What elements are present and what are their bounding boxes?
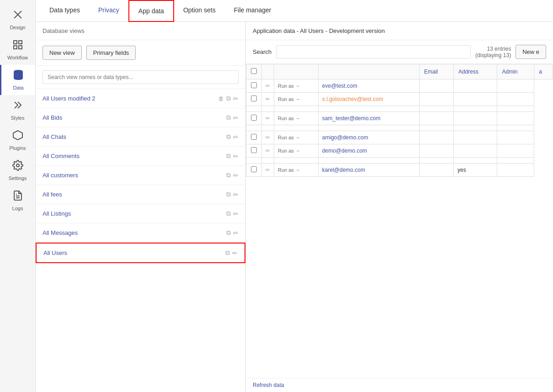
run-as-cell[interactable] <box>274 125 319 131</box>
copy-view-icon[interactable]: ⧉ <box>226 95 231 102</box>
run-as-cell[interactable]: Run as → <box>274 112 319 125</box>
view-item-actions-all-bids: ⧉✏ <box>226 114 239 122</box>
search-views-input[interactable] <box>43 70 239 84</box>
sidebar-item-data[interactable]: Data <box>0 65 35 95</box>
view-item-all-listings[interactable]: All Listings⧉✏ <box>36 204 245 223</box>
view-item-all-customers[interactable]: All customers⧉✏ <box>36 166 245 185</box>
edit-view-icon[interactable]: ✏ <box>233 153 239 160</box>
copy-view-icon[interactable]: ⧉ <box>226 133 231 141</box>
primary-fields-button[interactable]: Primary fields <box>86 46 136 60</box>
run-as-label[interactable]: Run as → <box>278 116 300 121</box>
run-as-cell[interactable]: Run as → <box>274 93 319 106</box>
email-value[interactable]: demo@demo.com <box>322 148 367 154</box>
edit-view-icon[interactable]: ✏ <box>233 210 239 217</box>
search-data-input[interactable] <box>276 45 471 58</box>
sidebar-item-plugins[interactable]: Plugins <box>0 125 35 155</box>
view-item-name-all-messages: All Messages <box>43 229 78 236</box>
edit-row-icon[interactable]: ✏ <box>266 167 270 173</box>
edit-view-icon[interactable]: ✏ <box>233 191 239 198</box>
run-as-cell[interactable]: Run as → <box>274 144 319 158</box>
row-checkbox[interactable] <box>251 147 257 153</box>
view-item-name-all-users: All Users <box>43 249 67 256</box>
select-all-checkbox[interactable] <box>251 68 257 74</box>
run-as-label[interactable]: Run as → <box>278 135 300 140</box>
tab-data-types[interactable]: Data types <box>40 0 89 21</box>
tab-file-manager[interactable]: File manager <box>225 0 281 21</box>
copy-view-icon[interactable]: ⧉ <box>226 191 231 198</box>
view-item-name-all-users-modified: All Users modified 2 <box>43 95 96 102</box>
email-value[interactable]: amigo@demo.com <box>322 134 368 141</box>
run-as-cell[interactable] <box>274 106 319 112</box>
run-as-label[interactable]: Run as → <box>278 148 300 154</box>
edit-row-icon[interactable]: ✏ <box>266 115 270 122</box>
copy-view-icon[interactable]: ⧉ <box>226 210 231 217</box>
edit-row-icon[interactable]: ✏ <box>266 134 270 141</box>
search-views-container <box>36 66 245 89</box>
edit-view-icon[interactable]: ✏ <box>233 172 239 179</box>
email-value[interactable]: sam_tester@demo.com <box>322 115 381 122</box>
sidebar-item-logs[interactable]: Logs <box>0 185 35 216</box>
edit-view-icon[interactable]: ✏ <box>233 114 239 122</box>
email-cell: sam_tester@demo.com <box>318 112 419 125</box>
row-checkbox[interactable] <box>251 134 257 140</box>
admin-cell <box>453 125 497 131</box>
new-entry-button[interactable]: New e <box>516 45 546 59</box>
sidebar-item-workflow[interactable]: Workflow <box>0 35 35 65</box>
view-item-all-users-modified[interactable]: All Users modified 2🗑⧉✏ <box>36 89 245 108</box>
view-item-all-fees[interactable]: All fees⧉✏ <box>36 185 245 204</box>
new-view-button[interactable]: New view <box>43 46 82 60</box>
run-as-label[interactable]: Run as → <box>278 167 300 173</box>
data-table-container: Email Address Admin a ✏Run as →eve@test.… <box>246 64 553 378</box>
row-checkbox[interactable] <box>251 115 257 121</box>
refresh-data-button[interactable]: Refresh data <box>246 378 553 392</box>
view-item-all-comments[interactable]: All Comments⧉✏ <box>36 147 245 166</box>
run-as-cell[interactable]: Run as → <box>274 164 319 177</box>
edit-view-icon[interactable]: ✏ <box>233 133 239 141</box>
view-item-all-chats[interactable]: All Chats⧉✏ <box>36 127 245 147</box>
col-extra: Admin <box>497 64 534 79</box>
row-checkbox[interactable] <box>251 82 257 88</box>
email-cell <box>318 106 419 112</box>
edit-row-icon[interactable]: ✏ <box>266 96 270 102</box>
sidebar: DesignWorkflowDataStylesPluginsSettingsL… <box>0 0 36 392</box>
run-as-cell[interactable] <box>274 158 319 164</box>
edit-view-icon[interactable]: ✏ <box>233 229 239 237</box>
run-as-label[interactable]: Run as → <box>278 83 300 89</box>
edit-view-icon[interactable]: ✏ <box>232 249 238 257</box>
copy-view-icon[interactable]: ⧉ <box>226 152 231 160</box>
delete-view-icon[interactable]: 🗑 <box>218 95 224 102</box>
sidebar-item-styles[interactable]: Styles <box>0 95 35 125</box>
copy-view-icon[interactable]: ⧉ <box>226 114 231 122</box>
run-as-cell[interactable]: Run as → <box>274 79 319 93</box>
tab-option-sets[interactable]: Option sets <box>174 0 225 21</box>
copy-view-icon[interactable]: ⧉ <box>225 249 230 257</box>
edit-view-icon[interactable]: ✏ <box>233 95 239 102</box>
copy-view-icon[interactable]: ⧉ <box>226 171 231 179</box>
view-item-all-users[interactable]: All Users⧉✏ <box>36 243 245 263</box>
tab-privacy[interactable]: Privacy <box>89 0 128 21</box>
col-extra-header: a <box>534 64 553 79</box>
run-as-cell[interactable]: Run as → <box>274 131 319 144</box>
db-views-header: Database views <box>36 22 245 40</box>
edit-row-icon[interactable]: ✏ <box>266 148 270 154</box>
email-value[interactable]: s.l.golovachev@test.com <box>322 96 383 102</box>
run-as-label[interactable]: Run as → <box>278 96 300 102</box>
address-cell <box>420 164 454 177</box>
table-row <box>246 106 553 112</box>
view-item-all-bids[interactable]: All Bids⧉✏ <box>36 108 245 127</box>
email-value[interactable]: karel@demo.com <box>322 167 365 173</box>
email-cell: eve@test.com <box>318 79 419 93</box>
view-item-name-all-comments: All Comments <box>43 153 80 159</box>
row-checkbox[interactable] <box>251 95 257 101</box>
view-item-all-messages[interactable]: All Messages⧉✏ <box>36 223 245 243</box>
sidebar-item-settings[interactable]: Settings <box>0 155 35 185</box>
row-checkbox[interactable] <box>251 166 257 172</box>
view-item-name-all-customers: All customers <box>43 172 78 179</box>
sidebar-item-design[interactable]: Design <box>0 5 35 35</box>
email-value[interactable]: eve@test.com <box>322 83 357 89</box>
copy-view-icon[interactable]: ⧉ <box>226 229 231 237</box>
db-views-label: Database views <box>43 27 85 34</box>
edit-row-icon[interactable]: ✏ <box>266 83 270 89</box>
tab-app-data[interactable]: App data <box>128 0 174 22</box>
table-row: ✏Run as →karel@demo.comyes <box>246 164 553 177</box>
